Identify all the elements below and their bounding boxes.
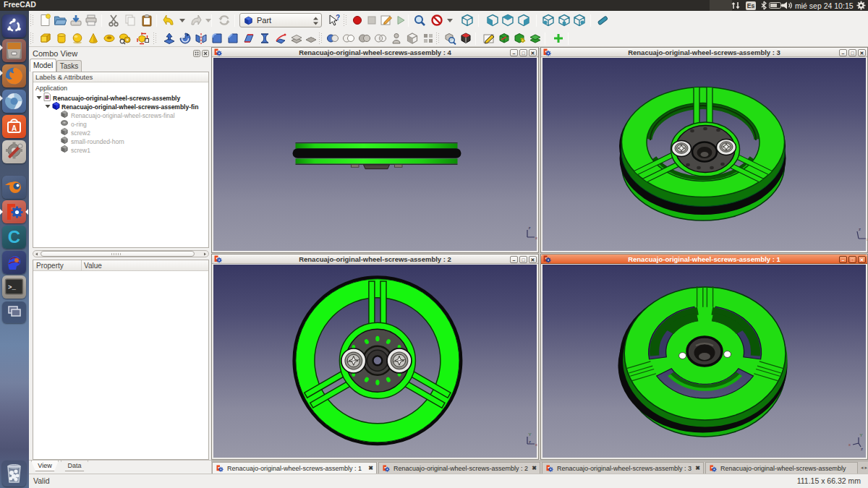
svg-text:>_: >_ [8, 284, 16, 291]
svg-text:A: A [12, 124, 17, 132]
svg-text:x: x [867, 237, 867, 241]
svg-text:x: x [535, 236, 537, 240]
svg-text:z: z [529, 226, 531, 230]
svg-text:x: x [535, 442, 537, 447]
svg-text:Y: Y [529, 432, 532, 437]
svg-text:z: z [529, 440, 531, 444]
svg-text:?: ? [336, 14, 340, 22]
svg-text:x: x [848, 442, 851, 447]
svg-text:z: z [861, 447, 863, 451]
svg-text:z: z [859, 227, 861, 231]
svg-text:C: C [8, 227, 20, 247]
svg-text:Y: Y [860, 433, 863, 437]
